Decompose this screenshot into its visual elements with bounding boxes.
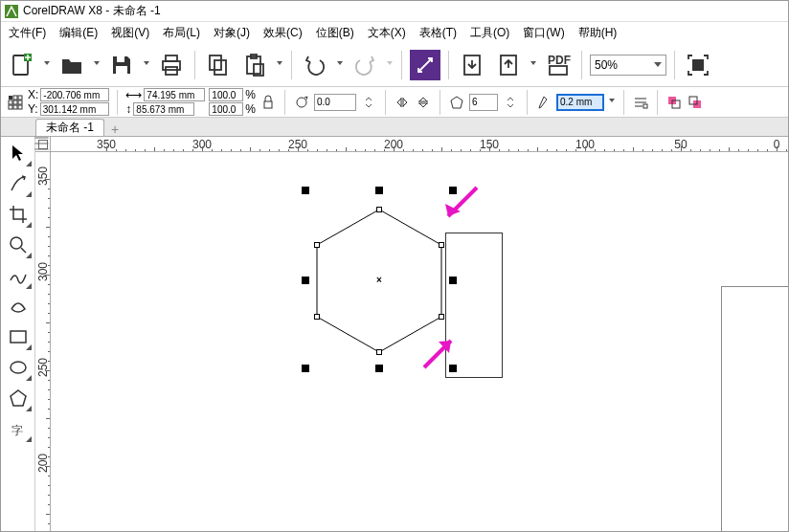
menu-effect[interactable]: 效果(C) xyxy=(263,25,303,41)
menu-bitmap[interactable]: 位图(B) xyxy=(316,25,354,41)
handle-bl[interactable] xyxy=(302,365,309,372)
handle-tl[interactable] xyxy=(302,187,309,194)
redo-dropdown[interactable] xyxy=(386,61,394,68)
tab-add-button[interactable]: + xyxy=(106,122,124,136)
crop-tool[interactable] xyxy=(4,200,33,229)
open-button[interactable] xyxy=(56,50,87,80)
svg-rect-16 xyxy=(692,59,704,71)
svg-rect-7 xyxy=(210,55,221,70)
ruler-horizontal[interactable]: 350300250200150100500 xyxy=(51,137,788,152)
save-button[interactable] xyxy=(106,50,137,80)
scaley-input[interactable] xyxy=(209,102,243,116)
menu-object[interactable]: 对象(J) xyxy=(214,25,250,41)
handle-bc[interactable] xyxy=(375,365,383,372)
new-dropdown[interactable] xyxy=(43,61,51,68)
export-dropdown[interactable] xyxy=(530,61,537,68)
handle-tc[interactable] xyxy=(375,187,383,194)
text-tool[interactable]: 字 xyxy=(4,414,33,443)
ruler-vertical[interactable]: 350300250200 xyxy=(35,152,51,532)
outline-dropdown[interactable] xyxy=(608,99,616,105)
menu-file[interactable]: 文件(F) xyxy=(9,25,46,41)
save-dropdown[interactable] xyxy=(143,61,150,68)
zoom-value: 50% xyxy=(595,58,618,72)
shape-tool[interactable] xyxy=(4,169,33,198)
handle-ml[interactable] xyxy=(302,277,309,284)
export-button[interactable] xyxy=(493,50,524,80)
print-button[interactable] xyxy=(156,50,187,80)
menu-help[interactable]: 帮助(H) xyxy=(578,25,618,41)
undo-button[interactable] xyxy=(300,50,330,80)
open-dropdown[interactable] xyxy=(93,61,101,68)
node[interactable] xyxy=(439,242,444,248)
height-input[interactable] xyxy=(133,102,194,116)
to-front-icon[interactable] xyxy=(665,94,683,111)
zoom-tool[interactable] xyxy=(4,231,33,259)
undo-dropdown[interactable] xyxy=(336,61,344,68)
ruler-origin[interactable] xyxy=(35,137,51,152)
app-icon xyxy=(5,5,18,18)
height-icon: ↕ xyxy=(125,102,131,116)
menu-tools[interactable]: 工具(O) xyxy=(470,25,509,41)
sides-input[interactable] xyxy=(469,94,498,111)
center-marker[interactable]: × xyxy=(376,275,382,285)
pdf-button[interactable]: PDF xyxy=(543,50,574,80)
node[interactable] xyxy=(314,242,320,248)
to-back-icon[interactable] xyxy=(687,94,704,111)
svg-rect-24 xyxy=(13,105,17,109)
node[interactable] xyxy=(439,314,444,320)
rectangle-tool[interactable] xyxy=(4,322,33,351)
fullscreen-button[interactable] xyxy=(683,50,713,80)
svg-rect-15 xyxy=(550,66,567,75)
svg-rect-25 xyxy=(18,105,22,109)
rot-stepper[interactable] xyxy=(360,94,377,111)
toolbox: 字 xyxy=(1,137,35,532)
sides-stepper[interactable] xyxy=(502,94,519,111)
pick-tool[interactable] xyxy=(4,139,33,167)
scalex-input[interactable] xyxy=(209,88,243,101)
rotation-input[interactable] xyxy=(314,94,356,111)
new-button[interactable] xyxy=(7,50,37,80)
menu-text[interactable]: 文本(X) xyxy=(368,25,406,41)
menu-edit[interactable]: 编辑(E) xyxy=(59,25,98,41)
artistic-media-tool[interactable] xyxy=(4,292,33,321)
import-button[interactable] xyxy=(457,50,487,80)
svg-rect-22 xyxy=(18,100,22,104)
node[interactable] xyxy=(314,314,320,320)
svg-rect-20 xyxy=(9,100,12,104)
document-tabs: 未命名 -1 + xyxy=(1,118,788,137)
menu-window[interactable]: 窗口(W) xyxy=(523,25,564,41)
x-input[interactable] xyxy=(40,88,109,101)
menu-table[interactable]: 表格(T) xyxy=(419,25,457,41)
polygon-tool[interactable] xyxy=(4,384,33,412)
outline-pen-icon xyxy=(535,94,552,111)
freehand-tool[interactable] xyxy=(4,261,33,290)
ellipse-tool[interactable] xyxy=(4,353,33,382)
node[interactable] xyxy=(376,207,382,212)
menu-layout[interactable]: 布局(L) xyxy=(163,25,200,41)
redo-button[interactable] xyxy=(349,50,380,80)
width-input[interactable] xyxy=(144,88,205,101)
paste-button[interactable] xyxy=(239,50,270,80)
rotate-icon xyxy=(293,94,310,111)
zoom-combo[interactable]: 50% xyxy=(590,55,666,76)
lock-icon[interactable] xyxy=(259,94,277,111)
mirror-h-icon[interactable] xyxy=(394,94,411,111)
node[interactable] xyxy=(376,349,382,355)
annotation-arrow-icon xyxy=(415,324,462,375)
tab-document[interactable]: 未命名 -1 xyxy=(35,119,104,136)
menu-view[interactable]: 视图(V) xyxy=(111,25,149,41)
y-input[interactable] xyxy=(40,102,109,116)
svg-rect-29 xyxy=(643,104,647,108)
paste-dropdown[interactable] xyxy=(276,61,283,68)
mirror-v-icon[interactable] xyxy=(415,94,432,111)
outline-width-input[interactable] xyxy=(556,94,604,111)
svg-rect-19 xyxy=(18,96,22,100)
svg-point-36 xyxy=(11,362,26,373)
svg-point-34 xyxy=(11,237,22,249)
copy-button[interactable] xyxy=(203,50,234,80)
svg-rect-26 xyxy=(264,101,272,108)
canvas[interactable]: × xyxy=(51,152,788,532)
wrap-text-icon[interactable] xyxy=(632,94,649,111)
search-button[interactable] xyxy=(410,50,440,80)
canvas-area: 350300250200150100500 350300250200 xyxy=(35,137,788,532)
